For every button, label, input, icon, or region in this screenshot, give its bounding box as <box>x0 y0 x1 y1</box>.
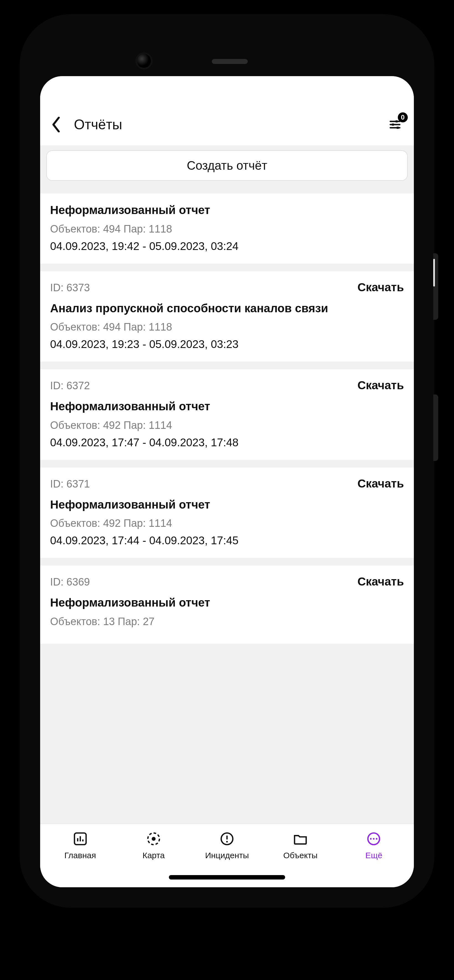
report-id: ID: 6369 <box>50 576 90 588</box>
nav-item-folder[interactable]: Объекты <box>264 830 337 860</box>
svg-point-11 <box>152 837 156 841</box>
screen: Отчёты 0 <box>40 76 414 887</box>
report-title: Анализ пропускной способности каналов св… <box>50 301 404 316</box>
report-dates: 04.09.2023, 17:47 - 04.09.2023, 17:48 <box>50 436 404 449</box>
report-stats: Объектов: 494 Пар: 1118 <box>50 321 404 333</box>
status-bar <box>40 76 414 112</box>
home-indicator <box>169 875 285 880</box>
nav-label: Главная <box>64 851 96 860</box>
nav-item-bar-chart[interactable]: Главная <box>43 830 117 860</box>
chevron-left-icon <box>51 117 62 132</box>
report-dates: 04.09.2023, 19:42 - 05.09.2023, 03:24 <box>50 240 404 253</box>
page-title: Отчёты <box>74 116 386 133</box>
svg-point-18 <box>376 838 378 840</box>
create-report-bar: Создать отчёт <box>40 145 414 186</box>
filter-badge: 0 <box>398 112 408 123</box>
phone-power-button <box>433 395 438 461</box>
app-header: Отчёты 0 <box>40 112 414 145</box>
report-title: Неформализованный отчет <box>50 498 404 512</box>
report-id-row: ID: 6369Скачать <box>50 575 404 588</box>
report-dates: 04.09.2023, 17:44 - 04.09.2023, 17:45 <box>50 534 404 547</box>
report-id: ID: 6371 <box>50 478 90 490</box>
nav-label: Ещё <box>365 851 382 860</box>
back-button[interactable] <box>47 115 66 134</box>
filter-button[interactable]: 0 <box>386 116 404 134</box>
report-id: ID: 6372 <box>50 380 90 392</box>
report-stats: Объектов: 494 Пар: 1118 <box>50 223 404 235</box>
map-pin-dashed-icon <box>145 830 163 848</box>
nav-item-more[interactable]: Ещё <box>337 830 411 860</box>
bar-chart-icon <box>71 830 89 848</box>
svg-point-17 <box>373 838 374 840</box>
download-button[interactable]: Скачать <box>357 477 404 490</box>
nav-item-map-pin-dashed[interactable]: Карта <box>117 830 190 860</box>
report-stats: Объектов: 13 Пар: 27 <box>50 616 404 628</box>
report-stats: Объектов: 492 Пар: 1114 <box>50 517 404 529</box>
report-list[interactable]: Неформализованный отчетОбъектов: 494 Пар… <box>40 186 414 824</box>
report-card[interactable]: ID: 6369СкачатьНеформализованный отчетОб… <box>40 566 414 644</box>
folder-icon <box>291 830 309 848</box>
svg-point-16 <box>370 838 372 840</box>
report-card[interactable]: ID: 6371СкачатьНеформализованный отчетОб… <box>40 468 414 558</box>
report-id-row: ID: 6373Скачать <box>50 281 404 294</box>
report-dates: 04.09.2023, 19:23 - 05.09.2023, 03:23 <box>50 338 404 350</box>
download-button[interactable]: Скачать <box>357 379 404 392</box>
report-title: Неформализованный отчет <box>50 595 404 610</box>
svg-point-14 <box>226 841 228 843</box>
phone-volume-button <box>433 253 438 320</box>
phone-camera <box>137 54 151 68</box>
svg-rect-3 <box>396 121 398 123</box>
report-card[interactable]: ID: 6372СкачатьНеформализованный отчетОб… <box>40 369 414 460</box>
report-card[interactable]: Неформализованный отчетОбъектов: 494 Пар… <box>40 194 414 264</box>
svg-rect-5 <box>397 127 399 129</box>
bottom-nav: ГлавнаяКартаИнцидентыОбъектыЕщё <box>40 824 414 887</box>
report-id: ID: 6373 <box>50 282 90 294</box>
svg-rect-4 <box>392 124 394 126</box>
phone-frame: Отчёты 0 <box>21 15 433 907</box>
download-button[interactable]: Скачать <box>357 575 404 588</box>
nav-label: Объекты <box>283 851 317 860</box>
report-title: Неформализованный отчет <box>50 399 404 414</box>
report-id-row: ID: 6372Скачать <box>50 379 404 392</box>
nav-label: Инциденты <box>205 851 249 860</box>
report-id-row: ID: 6371Скачать <box>50 477 404 490</box>
phone-speaker <box>212 59 248 64</box>
report-card[interactable]: ID: 6373СкачатьАнализ пропускной способн… <box>40 271 414 362</box>
more-icon <box>365 830 383 848</box>
download-button[interactable]: Скачать <box>357 281 404 294</box>
report-title: Неформализованный отчет <box>50 203 404 218</box>
alert-circle-icon <box>218 830 236 848</box>
report-stats: Объектов: 492 Пар: 1114 <box>50 419 404 431</box>
nav-label: Карта <box>143 851 165 860</box>
nav-item-alert-circle[interactable]: Инциденты <box>190 830 264 860</box>
stage: Отчёты 0 <box>0 0 454 980</box>
create-report-button[interactable]: Создать отчёт <box>46 150 408 181</box>
